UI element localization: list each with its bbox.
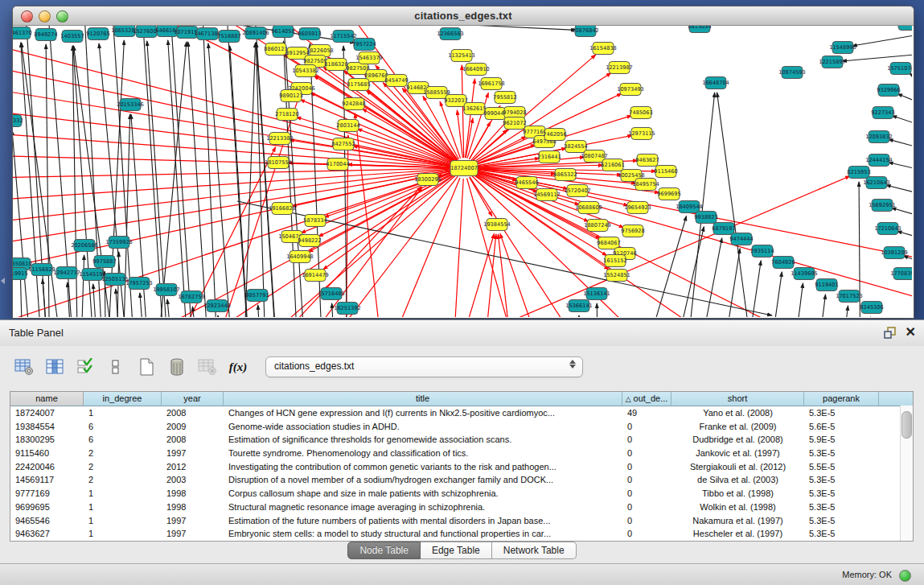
- graph-node-label: 7516887: [217, 33, 240, 39]
- table-scrollbar-thumb[interactable]: [901, 411, 912, 439]
- memory-status-indicator: [899, 570, 911, 582]
- close-window-button[interactable]: [21, 10, 33, 23]
- float-panel-icon[interactable]: [883, 326, 897, 340]
- column-header-in_degree[interactable]: in_degree: [84, 392, 162, 406]
- cell-year: 2012: [162, 460, 224, 474]
- tab-network-table[interactable]: Network Table: [492, 542, 577, 559]
- graph-node-label: 8813054: [688, 26, 711, 30]
- network-window-titlebar[interactable]: citations_edges.txt: [13, 6, 914, 26]
- graph-node-label: 10974593: [778, 69, 806, 76]
- column-header-filler: [879, 392, 913, 406]
- cell-name: 9699695: [10, 501, 84, 514]
- table-row[interactable]: 1938455462009Genome-wide association stu…: [10, 420, 913, 434]
- function-icon: f(x): [229, 360, 248, 374]
- graph-node-label: 15136141: [583, 290, 610, 297]
- graph-node-label: 15885559: [423, 89, 450, 96]
- new-table-button[interactable]: [133, 356, 159, 378]
- column-header-out_de[interactable]: △out_de...: [622, 392, 671, 406]
- table-row[interactable]: 969969511998Structural magnetic resonanc…: [10, 501, 913, 514]
- table-row[interactable]: 2242004622012Investigating the contribut…: [10, 460, 913, 474]
- table-row[interactable]: 1872400712008Changes of HCN gene express…: [10, 406, 913, 420]
- cell-pagerank: 5.6E-5: [804, 420, 879, 434]
- graph-node-label: 17017523: [836, 293, 863, 299]
- graph-node-label: 19384554: [483, 221, 511, 228]
- graph-node-label: 12923448: [203, 303, 231, 309]
- graph-node-label: 6216061: [601, 162, 624, 168]
- table-row[interactable]: 946554611997Estimation of the future num…: [10, 514, 913, 528]
- network-canvas[interactable]: 6461370894927414035579120765106532871527…: [13, 26, 912, 317]
- cell-short: Hescheler et al. (1997): [671, 527, 804, 541]
- cell-pagerank: 5.3E-5: [804, 473, 879, 487]
- cell-year: 2009: [162, 420, 224, 434]
- graph-node-label: 15524851: [603, 272, 630, 278]
- graph-node-label: 8605913: [298, 31, 321, 37]
- network-view-area: citations_edges.txt 64613708949274140355…: [0, 0, 924, 319]
- graph-node-label: 18409544: [676, 204, 703, 210]
- minimize-window-button[interactable]: [39, 10, 51, 23]
- table-row[interactable]: 911546021997Tourette syndrome. Phenomeno…: [10, 447, 913, 460]
- graph-node-label: 7957224: [352, 41, 376, 47]
- zoom-window-button[interactable]: [56, 10, 68, 23]
- graph-node-label: 10973493: [617, 86, 644, 93]
- cell-out_de: 0: [622, 501, 671, 514]
- panel-divider-arrow[interactable]: [1, 278, 5, 284]
- graph-node-label: 5878334: [303, 217, 326, 224]
- graph-node-label: 12505135: [101, 276, 129, 282]
- table-scrollbar[interactable]: [900, 406, 913, 541]
- graph-node-label: 8215953: [847, 169, 870, 175]
- status-bar: Memory: OK: [0, 563, 924, 585]
- column-header-name[interactable]: name: [10, 392, 84, 406]
- function-builder-button[interactable]: f(x): [225, 356, 251, 378]
- table-row[interactable]: 977716911998Corpus callosum shape and si…: [10, 487, 913, 501]
- table-row[interactable]: 1830029562008Estimation of significance …: [10, 433, 913, 447]
- graph-node-label: 3919915: [13, 270, 28, 277]
- column-header-short[interactable]: short: [671, 392, 804, 406]
- graph-node-label: 15720407: [564, 187, 591, 194]
- modify-table-button[interactable]: [11, 356, 37, 378]
- network-graph-svg[interactable]: 6461370894927414035579120765106532871527…: [13, 26, 912, 317]
- row-height-button[interactable]: [103, 356, 129, 378]
- graph-node-label: 8454749: [384, 77, 408, 84]
- table-body: 1872400712008Changes of HCN gene express…: [10, 406, 913, 541]
- cell-title: Tourette syndrome. Phenomenology and cla…: [224, 447, 622, 460]
- cell-name: 9463627: [10, 527, 84, 541]
- dropdown-arrows-icon: [569, 360, 576, 369]
- tab-node-table[interactable]: Node Table: [347, 542, 421, 559]
- column-header-pagerank[interactable]: pagerank: [804, 392, 879, 406]
- table-row[interactable]: 946362711997Embryonic stem cells: a mode…: [10, 527, 913, 541]
- delete-rows-button[interactable]: [164, 356, 190, 378]
- graph-node-label: 8860123: [264, 46, 287, 52]
- graph-node-label: 9329966: [877, 87, 900, 93]
- graph-node-label: 12213987: [606, 64, 633, 71]
- cell-out_de: 0: [622, 420, 671, 434]
- cell-in_degree: 1: [84, 501, 162, 514]
- column-header-year[interactable]: year: [162, 392, 224, 406]
- graph-node-label: 11548998: [829, 44, 856, 51]
- graph-node-label: 10688609: [575, 204, 602, 211]
- graph-node-label: 9699695: [657, 191, 680, 197]
- tab-edge-table[interactable]: Edge Table: [421, 542, 492, 559]
- table-selector-dropdown[interactable]: citations_edges.txt: [265, 356, 583, 377]
- graph-node-label: 17359928: [105, 239, 133, 245]
- table-row[interactable]: 1456911722003Disruption of a novel membe…: [10, 473, 913, 487]
- graph-node-label: 9474444: [729, 236, 753, 242]
- graph-node-label: 9463627: [635, 157, 659, 163]
- graph-node-label: 16409948: [286, 253, 314, 260]
- graph-node-label: 18226058: [306, 47, 334, 54]
- graph-node-label: 18807249: [584, 222, 611, 229]
- graph-node-label: 19166828: [269, 205, 296, 212]
- select-columns-button[interactable]: [72, 356, 98, 378]
- cell-short: Yano et al. (2008): [671, 406, 804, 420]
- column-header-title[interactable]: title: [224, 392, 622, 406]
- graph-node-label: 9498222: [298, 237, 321, 244]
- cell-out_de: 0: [622, 487, 671, 501]
- graph-node-label: 12973115: [628, 130, 655, 137]
- graph-node-label: 18107554: [265, 159, 292, 166]
- graph-node-label: 9122745: [897, 26, 912, 27]
- graph-node-label: 11325413: [448, 52, 475, 59]
- insert-column-button[interactable]: [42, 356, 68, 378]
- cell-in_degree: 1: [84, 487, 162, 501]
- cell-in_degree: 1: [84, 406, 162, 420]
- cell-in_degree: 6: [84, 420, 162, 434]
- close-panel-icon[interactable]: ✕: [906, 325, 916, 340]
